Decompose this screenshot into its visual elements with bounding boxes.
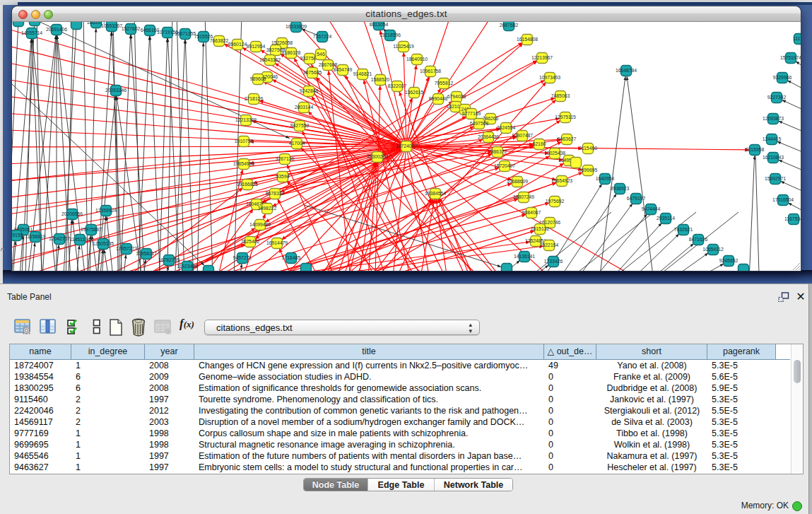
graph-node-20206556[interactable]: 20206556	[61, 209, 83, 220]
toggle-rows-icon[interactable]	[92, 318, 102, 335]
cell-name[interactable]: 18724007	[10, 360, 71, 371]
graph-node-unlabeled[interactable]	[739, 264, 749, 271]
cell-title[interactable]: Changes of HCN gene expression and I(f) …	[194, 360, 544, 371]
graph-node-8678334[interactable]: 8678334	[266, 189, 285, 199]
cell-in_degree[interactable]: 6	[71, 382, 145, 394]
graph-node-1362615[interactable]: 1362615	[405, 88, 424, 98]
citation-edge-black[interactable]	[158, 38, 167, 271]
graph-node-3624554[interactable]: 3624554	[497, 123, 516, 134]
cell-title[interactable]: Structural magnetic resonance image aver…	[194, 439, 544, 450]
graph-node-17016504[interactable]: 17016504	[772, 195, 794, 206]
graph-node-12093873[interactable]: 12093873	[763, 114, 784, 124]
citation-edge-black[interactable]	[579, 212, 696, 271]
cell-year[interactable]: 1997	[145, 450, 194, 462]
citation-edge-black[interactable]	[620, 243, 694, 271]
cell-pagerank[interactable]: 5.3E-5	[707, 394, 776, 405]
table-row[interactable]: 911546021997Tourette syndrome. Phenomeno…	[10, 394, 790, 405]
graph-node-9463627[interactable]: 9463627	[558, 134, 577, 145]
graph-node-19218596[interactable]: 19218596	[379, 30, 401, 41]
show-columns-icon[interactable]	[40, 318, 57, 335]
table-row[interactable]: 1456911722003Disruption of a novel membe…	[10, 416, 790, 428]
graph-node-8990448[interactable]: 8990448	[429, 94, 448, 105]
table-row[interactable]: 1872400712008Changes of HCN gene express…	[10, 360, 790, 371]
cell-pagerank[interactable]: 5.3E-5	[707, 360, 776, 371]
graph-node-10654112[interactable]: 10654112	[702, 245, 724, 255]
function-builder-icon[interactable]: f(x)	[180, 317, 194, 331]
cell-pagerank[interactable]: 5.3E-5	[707, 450, 776, 462]
cell-in_degree[interactable]: 6	[71, 371, 145, 382]
citation-network-graph[interactable]: 1405571420691406186537710653267152760264…	[12, 22, 801, 271]
new-column-icon[interactable]	[107, 318, 124, 337]
graph-node-16543362[interactable]: 16543362	[259, 55, 281, 66]
graph-node-14055714[interactable]: 14055714	[21, 28, 42, 39]
table-row[interactable]: 946362711997Embryonic stem cells: a mode…	[10, 462, 790, 473]
graph-node-12975115[interactable]: 12975115	[555, 112, 576, 123]
cell-year[interactable]: 2008	[145, 382, 194, 394]
cell-short[interactable]: Jankovic et al. (1997)	[596, 394, 707, 405]
window-titlebar[interactable]: citations_edges.txt	[12, 6, 801, 22]
network-canvas[interactable]: 1405571420691406186537710653267152760264…	[12, 22, 801, 271]
delete-column-icon[interactable]	[130, 318, 147, 337]
graph-node-1010755[interactable]: 1010755	[235, 136, 254, 147]
cell-year[interactable]: 2009	[145, 371, 194, 382]
graph-node-18640910[interactable]: 18640910	[406, 54, 428, 65]
column-header-title[interactable]: title	[194, 344, 544, 359]
graph-node-3675685[interactable]: 3675685	[303, 68, 322, 78]
graph-node-7357224[interactable]: 7357224	[313, 32, 332, 42]
column-header-name[interactable]: name	[10, 344, 71, 359]
cell-in_degree[interactable]: 2	[71, 394, 145, 405]
tab-edge-table[interactable]: Edge Table	[367, 479, 434, 491]
row-check-icon[interactable]	[66, 318, 82, 335]
graph-node-9474444[interactable]: 9474444	[642, 204, 661, 215]
table-row[interactable]: 946554611997Estimation of the future num…	[10, 450, 790, 462]
cell-short[interactable]: de Silva et al. (2003)	[596, 416, 707, 428]
table-row[interactable]: 977716911998Corpus callosum shape and si…	[10, 428, 790, 439]
graph-node-10653267[interactable]: 10653267	[101, 22, 122, 32]
graph-node-15751074[interactable]: 15751074	[780, 53, 801, 64]
cell-in_degree[interactable]: 1	[71, 462, 145, 473]
citation-edge-red[interactable]	[404, 52, 406, 146]
cell-out_de[interactable]: 0	[544, 439, 596, 450]
table-row[interactable]: 1938455462009Genome–wide association stu…	[10, 371, 790, 382]
citation-edge-black[interactable]	[134, 22, 141, 271]
cell-title[interactable]: Tourette syndrome. Phenomenology and cla…	[194, 394, 544, 405]
graph-node-546[interactable]: 546	[316, 49, 326, 60]
cell-title[interactable]: Embryonic stem cells: a model to study s…	[194, 462, 544, 473]
table-row[interactable]: 2242004622012Investigating the contribut…	[10, 405, 790, 416]
graph-node-2803144[interactable]: 2803144	[295, 103, 314, 113]
graph-node-1588520[interactable]: 1588520	[371, 75, 390, 86]
cell-out_de[interactable]: 0	[544, 462, 596, 473]
cell-name[interactable]: 19384554	[10, 371, 71, 382]
cell-in_degree[interactable]: 2	[71, 416, 145, 428]
graph-node-1527602[interactable]: 1527602	[122, 24, 141, 35]
graph-node-8471626[interactable]: 8471626	[689, 235, 708, 245]
graph-node-11174[interactable]: 11174	[793, 34, 801, 45]
citation-edge-black[interactable]	[755, 156, 760, 271]
graph-node-17359924[interactable]: 17359924	[95, 206, 117, 216]
column-header-short[interactable]: short	[596, 344, 707, 359]
cell-in_degree[interactable]: 1	[71, 428, 145, 439]
graph-node-1244415[interactable]: 1244415	[763, 134, 782, 145]
citation-edge-black[interactable]	[796, 62, 801, 78]
cell-out_de[interactable]: 0	[544, 428, 596, 439]
graph-node-9115460[interactable]: 9115460	[579, 144, 597, 154]
citation-edge-black[interactable]	[606, 234, 679, 271]
cell-out_de[interactable]: 0	[544, 405, 596, 416]
cell-in_degree[interactable]: 1	[71, 360, 145, 371]
citation-edge-red[interactable]	[406, 146, 682, 271]
scrollbar-thumb[interactable]	[794, 360, 801, 383]
cell-name[interactable]: 9463627	[10, 462, 71, 473]
float-window-icon[interactable]	[778, 292, 789, 303]
table-mode-icon[interactable]	[14, 318, 31, 335]
cell-name[interactable]: 9465546	[10, 450, 71, 462]
graph-node-unlabeled[interactable]	[301, 264, 312, 271]
cell-pagerank[interactable]: 5.6E-5	[707, 371, 776, 382]
graph-node-19975887[interactable]: 19975887	[81, 225, 102, 235]
graph-node-1167534[interactable]: 1167534	[784, 214, 801, 225]
cell-name[interactable]: 18300295	[10, 382, 71, 394]
citation-edge-black[interactable]	[778, 121, 801, 139]
cell-year[interactable]: 1998	[145, 439, 194, 450]
graph-node-6794028[interactable]: 6794028	[447, 92, 466, 103]
tab-node-table[interactable]: Node Table	[304, 479, 367, 491]
graph-node-8322037[interactable]: 8322037	[388, 81, 407, 92]
